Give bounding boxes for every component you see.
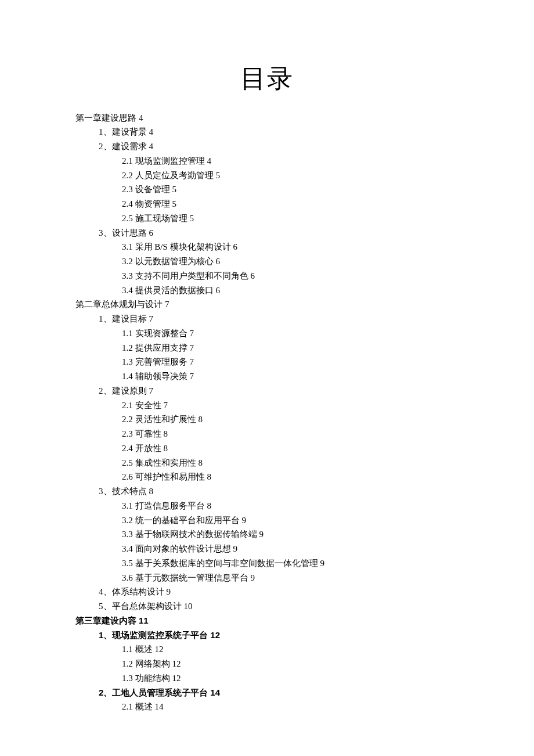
toc-entry-text: 第三章建设内容	[75, 615, 136, 625]
toc-entry-text: 3.3 支持不同用户类型和不同角色	[122, 271, 248, 280]
toc-entry-page: 7	[149, 314, 154, 323]
toc-entry-page: 11	[139, 615, 149, 625]
toc-entry-page: 8	[199, 415, 203, 424]
toc-entry-text: 2.4 开放性	[122, 444, 161, 453]
toc-entry-text: 3.1 采用 B/S 模块化架构设计	[122, 242, 231, 251]
toc-entry-text: 2.6 可维护性和易用性	[122, 472, 205, 481]
table-of-contents: 第一章建设思路41、建设背景42、建设需求42.1 现场监测监控管理42.2 人…	[75, 111, 459, 715]
toc-entry: 3、设计思路6	[99, 226, 459, 240]
toc-entry-page: 7	[190, 329, 194, 338]
toc-entry-text: 3.2 以元数据管理为核心	[122, 257, 214, 266]
toc-entry-page: 10	[184, 602, 193, 611]
toc-entry: 3.2 以元数据管理为核心6	[122, 254, 459, 269]
toc-entry-text: 1.3 功能结构	[122, 674, 170, 683]
toc-entry-text: 3.6 基于元数据统一管理信息平台	[122, 573, 248, 582]
toc-entry-page: 6	[216, 257, 221, 266]
toc-entry-text: 2、工地人员管理系统子平台	[99, 687, 208, 697]
toc-entry-text: 3.1 打造信息服务平台	[122, 501, 205, 510]
toc-entry-text: 2.1 安全性	[122, 401, 161, 410]
toc-entry: 2.3 可靠性8	[122, 427, 459, 441]
toc-entry-text: 1、现场监测监控系统子平台	[99, 630, 208, 640]
toc-entry: 第一章建设思路4	[75, 111, 459, 125]
toc-entry-text: 4、体系结构设计	[99, 587, 164, 596]
toc-entry-page: 4	[207, 156, 212, 165]
toc-entry-text: 2.5 集成性和实用性	[122, 458, 196, 467]
toc-entry: 1、建设背景4	[99, 125, 459, 139]
toc-entry-page: 14	[210, 687, 220, 697]
toc-entry: 1.3 功能结构12	[122, 671, 459, 686]
toc-entry-text: 3.5 基于关系数据库的空间与非空间数据一体化管理	[122, 559, 318, 568]
toc-entry-page: 8	[149, 487, 154, 496]
toc-entry-page: 8	[199, 458, 203, 467]
toc-entry-text: 2、建设原则	[99, 386, 147, 395]
toc-entry: 2.2 人员定位及考勤管理5	[122, 168, 459, 183]
toc-entry: 3.1 打造信息服务平台8	[122, 499, 459, 513]
toc-entry-page: 9	[233, 544, 238, 553]
toc-entry-page: 4	[149, 127, 154, 136]
toc-entry-text: 2.2 灵活性和扩展性	[122, 415, 196, 424]
toc-entry-text: 3、技术特点	[99, 487, 147, 496]
toc-entry-page: 5	[216, 171, 221, 180]
toc-entry: 1、建设目标7	[99, 312, 459, 326]
toc-entry: 第二章总体规划与设计7	[75, 297, 459, 312]
toc-entry-text: 2.1 现场监测监控管理	[122, 156, 205, 165]
toc-entry: 3.6 基于元数据统一管理信息平台9	[122, 571, 459, 585]
toc-entry-text: 1、建设背景	[99, 127, 147, 136]
toc-entry: 2、工地人员管理系统子平台14	[99, 686, 459, 700]
toc-entry-page: 6	[149, 228, 154, 237]
toc-entry-page: 12	[210, 630, 220, 640]
toc-entry-text: 2.1 概述	[122, 702, 153, 711]
toc-entry-text: 2.3 设备管理	[122, 185, 170, 194]
toc-entry: 3.4 提供灵活的数据接口6	[122, 283, 459, 298]
toc-entry-page: 8	[164, 444, 168, 453]
toc-entry: 1.1 实现资源整合7	[122, 326, 459, 341]
toc-entry-page: 7	[190, 343, 194, 352]
toc-entry-page: 12	[155, 645, 164, 654]
toc-entry-text: 2.5 施工现场管理	[122, 214, 187, 223]
toc-entry: 1.3 完善管理服务7	[122, 355, 459, 369]
toc-entry-text: 3.3 基于物联网技术的数据传输终端	[122, 530, 257, 539]
toc-entry-page: 6	[216, 286, 221, 295]
toc-entry-page: 4	[149, 142, 154, 151]
toc-entry-text: 3.2 统一的基础平台和应用平台	[122, 516, 240, 525]
toc-entry-page: 7	[190, 357, 194, 366]
toc-entry: 3.3 基于物联网技术的数据传输终端9	[122, 527, 459, 542]
toc-entry-text: 1、建设目标	[99, 314, 147, 323]
toc-entry-page: 9	[251, 573, 255, 582]
toc-entry: 2.1 现场监测监控管理4	[122, 154, 459, 168]
toc-entry-text: 第二章总体规划与设计	[75, 300, 163, 309]
toc-entry-text: 3.4 提供灵活的数据接口	[122, 286, 214, 295]
toc-entry-text: 1.3 完善管理服务	[122, 357, 187, 366]
toc-entry-page: 8	[164, 429, 168, 438]
toc-entry: 4、体系结构设计9	[99, 585, 459, 599]
toc-entry-page: 9	[259, 530, 264, 539]
toc-entry-page: 14	[155, 702, 164, 711]
toc-entry: 2.6 可维护性和易用性8	[122, 470, 459, 484]
toc-entry-page: 8	[207, 501, 212, 510]
toc-entry: 1.2 网络架构12	[122, 657, 459, 671]
toc-entry-page: 9	[320, 559, 325, 568]
toc-entry-text: 1.1 概述	[122, 645, 153, 654]
toc-entry-text: 2.3 可靠性	[122, 429, 161, 438]
toc-entry-text: 2、建设需求	[99, 142, 147, 151]
toc-entry-text: 第一章建设思路	[75, 113, 136, 123]
toc-entry-page: 7	[165, 300, 169, 309]
toc-entry-page: 6	[251, 271, 255, 280]
toc-entry: 2、建设需求4	[99, 139, 459, 154]
toc-entry-text: 2.2 人员定位及考勤管理	[122, 171, 214, 180]
toc-entry: 3、技术特点8	[99, 484, 459, 499]
toc-entry-text: 3、设计思路	[99, 228, 147, 237]
toc-entry-page: 12	[172, 674, 181, 683]
toc-entry: 2.3 设备管理5	[122, 182, 459, 197]
toc-entry-page: 6	[233, 242, 238, 251]
toc-entry: 1.4 辅助领导决策7	[122, 369, 459, 384]
toc-entry: 3.2 统一的基础平台和应用平台9	[122, 513, 459, 528]
toc-entry: 2.1 安全性7	[122, 398, 459, 413]
toc-entry-text: 2.4 物资管理	[122, 199, 170, 208]
toc-entry-text: 3.4 面向对象的软件设计思想	[122, 544, 231, 553]
toc-entry-page: 5	[172, 199, 177, 208]
toc-entry-page: 5	[190, 214, 194, 223]
toc-entry-page: 7	[149, 386, 154, 395]
toc-entry: 2.2 灵活性和扩展性8	[122, 412, 459, 427]
toc-entry: 2、建设原则7	[99, 384, 459, 398]
